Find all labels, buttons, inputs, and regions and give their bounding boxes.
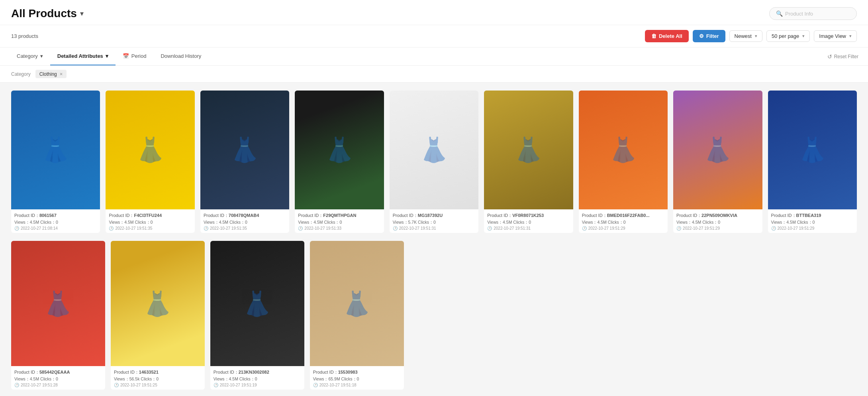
- product-id-value: BMED016F22FAB0...: [607, 213, 650, 218]
- product-count: 13 products: [11, 33, 38, 39]
- product-id-row: Product ID：VF0R8071K253: [487, 213, 570, 219]
- product-meta: Views：4.5M Clicks：0: [676, 220, 759, 225]
- clothing-filter-tag[interactable]: Clothing ×: [35, 70, 67, 78]
- search-box[interactable]: 🔍 Product Info: [769, 7, 857, 20]
- product-info: Product ID：22PN509OMKVIAViews：4.5M Click…: [673, 209, 762, 233]
- product-card[interactable]: 👗Product ID：MG187392UViews：5.7K Clicks：0…: [390, 91, 478, 233]
- view-select[interactable]: Image View ▾: [814, 30, 857, 42]
- product-date: 2022-10-27 19:51:28: [21, 383, 58, 387]
- product-image-silhouette: 👗: [310, 241, 404, 366]
- header-left: All Products ▾: [11, 7, 84, 20]
- product-card[interactable]: 👗Product ID：15530983Views：65.9M Clicks：0…: [310, 241, 404, 390]
- active-filters-row: Category Clothing ×: [0, 66, 868, 83]
- product-card[interactable]: 👗Product ID：F4CI3TFU244Views：4.5M Clicks…: [106, 91, 194, 233]
- product-meta: Views：4.5M Clicks：0: [214, 376, 301, 382]
- product-id-value: BTTBEA319: [796, 213, 821, 218]
- product-card[interactable]: 👗Product ID：22PN509OMKVIAViews：4.5M Clic…: [673, 91, 762, 233]
- filter-tabs: Category ▾ Detailed Attributes ▾ 📅 Perio…: [0, 47, 868, 66]
- clock-icon: 🕐: [771, 226, 776, 231]
- clock-icon: 🕐: [114, 383, 119, 387]
- product-id-value: 14633521: [139, 370, 159, 374]
- product-date: 2022-10-27 19:51:29: [588, 226, 625, 231]
- product-id-row: Product ID：585442QEAAA: [14, 369, 102, 375]
- product-date: 2022-10-27 19:51:35: [210, 226, 247, 231]
- tab-download-history[interactable]: Download History: [153, 47, 208, 65]
- product-id-value: F29QMTHPGAN: [323, 213, 356, 218]
- main-content: 👗Product ID：8061567Views：4.5M Clicks：0🕐2…: [0, 83, 868, 396]
- product-info: Product ID：F4CI3TFU244Views：4.5M Clicks：…: [106, 209, 194, 233]
- product-id-value: F4CI3TFU244: [134, 213, 162, 218]
- product-meta: Views：4.5M Clicks：0: [109, 220, 191, 225]
- product-id-value: 213KN3002082: [239, 370, 269, 374]
- product-id-value: 22PN509OMKVIA: [701, 213, 737, 218]
- tab-category-arrow: ▾: [40, 53, 43, 59]
- tab-category[interactable]: Category ▾: [10, 47, 50, 65]
- product-info: Product ID：BMED016F22FAB0...Views：4.5M C…: [579, 209, 668, 233]
- calendar-icon: 📅: [123, 53, 129, 59]
- product-image-silhouette: 👗: [673, 91, 762, 209]
- product-card[interactable]: 👗Product ID：8061567Views：4.5M Clicks：0🕐2…: [11, 91, 100, 233]
- tab-detailed-attributes[interactable]: Detailed Attributes ▾: [50, 47, 116, 65]
- product-image: 👗: [579, 91, 668, 209]
- product-image: 👗: [768, 91, 857, 209]
- product-image-silhouette: 👗: [768, 91, 857, 209]
- product-image: 👗: [673, 91, 762, 209]
- reset-filter-button[interactable]: ↺ Reset Filter: [827, 53, 858, 60]
- product-image-silhouette: 👗: [11, 241, 105, 366]
- clothing-tag-label: Clothing: [39, 71, 57, 77]
- clothing-tag-close[interactable]: ×: [60, 71, 63, 77]
- product-card[interactable]: 👗Product ID：708478QMAB4Views：4.5M Clicks…: [200, 91, 289, 233]
- reset-icon: ↺: [827, 53, 832, 60]
- product-meta: Views：65.9M Clicks：0: [313, 376, 401, 382]
- product-info: Product ID：VF0R8071K253Views：4.5M Clicks…: [484, 209, 573, 233]
- tab-period[interactable]: 📅 Period: [116, 47, 154, 65]
- product-image: 👗: [111, 241, 205, 366]
- sort-label: Newest: [735, 33, 752, 39]
- product-image: 👗: [210, 241, 304, 366]
- tab-detailed-arrow: ▾: [106, 53, 108, 59]
- toolbar-right: 🗑 Delete All ⚙ Filter Newest ▾ 50 per pa…: [645, 30, 857, 42]
- product-image-silhouette: 👗: [390, 91, 478, 209]
- product-card[interactable]: 👗Product ID：BTTBEA319Views：4.5M Clicks：0…: [768, 91, 857, 233]
- product-date: 2022-10-27 19:51:18: [319, 383, 357, 387]
- product-card[interactable]: 👗Product ID：BMED016F22FAB0...Views：4.5M …: [579, 91, 668, 233]
- product-card[interactable]: 👗Product ID：585442QEAAAViews：4.5M Clicks…: [11, 241, 105, 390]
- product-image-silhouette: 👗: [200, 91, 289, 209]
- product-date: 2022-10-27 19:51:25: [120, 383, 157, 387]
- product-date: 2022-10-27 19:51:35: [115, 226, 152, 231]
- product-id-value: 8061567: [39, 213, 57, 218]
- title-dropdown-icon[interactable]: ▾: [80, 9, 84, 18]
- product-image: 👗: [200, 91, 289, 209]
- clock-icon: 🕐: [393, 226, 398, 231]
- clock-icon: 🕐: [214, 383, 218, 387]
- clock-icon: 🕐: [109, 226, 114, 231]
- product-time: 🕐2022-10-27 19:51:18: [313, 383, 401, 387]
- product-time: 🕐2022-10-27 19:51:31: [393, 226, 475, 231]
- product-meta: Views：5.7K Clicks：0: [393, 220, 475, 225]
- product-image-silhouette: 👗: [210, 241, 304, 366]
- filter-label: Filter: [706, 33, 719, 39]
- product-time: 🕐2022-10-27 19:51:28: [14, 383, 102, 387]
- toolbar: 13 products 🗑 Delete All ⚙ Filter Newest…: [0, 25, 868, 47]
- filter-button[interactable]: ⚙ Filter: [693, 30, 725, 42]
- product-date: 2022-10-27 19:51:31: [399, 226, 436, 231]
- product-time: 🕐2022-10-27 19:51:35: [204, 226, 286, 231]
- clock-icon: 🕐: [487, 226, 492, 231]
- header: All Products ▾ 🔍 Product Info: [0, 0, 868, 25]
- product-meta: Views：4.5M Clicks：0: [204, 220, 286, 225]
- product-info: Product ID：14633521Views：56.5k Clicks：0🕐…: [111, 366, 205, 390]
- product-image-silhouette: 👗: [111, 241, 205, 366]
- product-card[interactable]: 👗Product ID：213KN3002082Views：4.5M Click…: [210, 241, 304, 390]
- per-page-select[interactable]: 50 per page ▾: [766, 30, 810, 42]
- product-id-value: 708478QMAB4: [229, 213, 259, 218]
- product-card[interactable]: 👗Product ID：F29QMTHPGANViews：4.5M Clicks…: [295, 91, 384, 233]
- product-info: Product ID：F29QMTHPGANViews：4.5M Clicks：…: [295, 209, 384, 233]
- sort-select[interactable]: Newest ▾: [729, 30, 762, 42]
- product-card[interactable]: 👗Product ID：VF0R8071K253Views：4.5M Click…: [484, 91, 573, 233]
- product-id-row: Product ID：15530983: [313, 369, 401, 375]
- product-image: 👗: [106, 91, 194, 209]
- product-card[interactable]: 👗Product ID：14633521Views：56.5k Clicks：0…: [111, 241, 205, 390]
- delete-all-button[interactable]: 🗑 Delete All: [645, 30, 689, 42]
- product-meta: Views：4.5M Clicks：0: [582, 220, 664, 225]
- page-title: All Products: [11, 7, 77, 20]
